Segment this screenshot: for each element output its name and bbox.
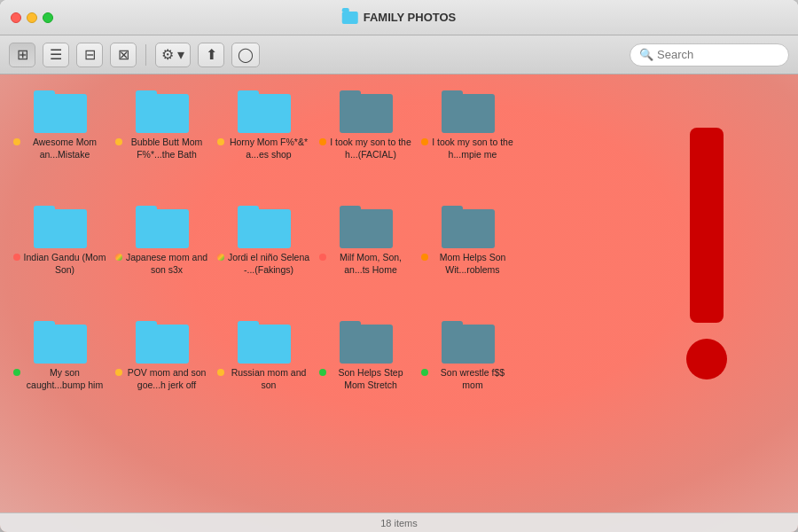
folder-label: Bubble Butt Mom F%*...the Bath [115,137,208,160]
folder-dot [13,254,20,261]
folder-label: Son wrestle f$$ mom [421,367,514,391]
folder-dot [217,138,224,145]
traffic-lights [11,12,53,23]
folder-item[interactable]: Awesome Mom an...Mistake [9,83,111,199]
toolbar: ⊞ ☰ ⊟ ⊠ ⚙ ▾ ⬆ ◯ 🔍 [0,35,798,74]
folder-name: Milf Mom, Son, an...ts Home [329,252,412,276]
folder-dot [319,369,326,376]
folder-icon [136,90,189,133]
folder-label: POV mom and son goe...h jerk off [115,367,208,391]
folder-icon [34,90,87,133]
folder-name: Jordi el niño Selena -...(Fakings) [227,252,310,276]
folder-item[interactable] [519,314,621,429]
folder-dot [319,254,326,261]
minimize-button[interactable] [27,12,37,23]
finder-window: FAMILY PHOTOS ⊞ ☰ ⊟ ⊠ ⚙ ▾ ⬆ ◯ 🔍 Awesome … [0,0,798,532]
folders-grid: Awesome Mom an...MistakeBubble Butt Mom … [0,74,798,438]
icon-view-button[interactable]: ⊞ [9,43,35,67]
folder-icon [238,206,291,248]
folder-dot [421,138,428,145]
folder-dot [115,138,122,145]
folder-dot [421,369,428,376]
separator-1 [145,44,146,66]
column-view-button[interactable]: ⊟ [76,43,103,67]
action-button[interactable]: ⚙ ▾ [155,43,191,67]
folder-dot [13,138,20,145]
folder-name: I took my son to the h...mpie me [431,137,514,160]
folder-item[interactable]: Jordi el niño Selena -...(Fakings) [213,199,315,314]
folder-label: Russian mom and son [217,367,310,391]
window-title-area: FAMILY PHOTOS [342,11,457,24]
folder-label: Japanese mom and son s3x [115,252,208,276]
titlebar: FAMILY PHOTOS [0,0,798,35]
folder-item[interactable]: Son Helps Step Mom Stretch [315,314,417,429]
file-browser-area: Awesome Mom an...MistakeBubble Butt Mom … [0,74,798,532]
window-title: FAMILY PHOTOS [364,11,457,24]
folder-item[interactable]: I took my son to the h...mpie me [417,83,519,199]
folder-icon [340,90,393,133]
folder-icon [136,321,189,364]
title-folder-icon [342,12,358,24]
folder-item[interactable]: Milf Mom, Son, an...ts Home [315,199,417,314]
folder-dot [115,254,122,261]
search-icon: 🔍 [639,48,653,61]
folder-dot [217,369,224,376]
folder-icon [442,206,495,248]
folder-icon [442,321,495,364]
folder-item[interactable]: Mom Helps Son Wit...roblems [417,199,519,314]
folder-item[interactable] [519,83,621,199]
tag-button[interactable]: ◯ [231,43,260,67]
folder-name: Awesome Mom an...Mistake [23,137,106,160]
folder-icon [340,206,393,248]
folder-label: Mom Helps Son Wit...roblems [421,252,514,276]
folder-dot [421,254,428,261]
folder-item[interactable]: I took my son to the h...(FACIAL) [315,83,417,199]
folder-name: Russian mom and son [227,367,310,391]
folder-item[interactable]: POV mom and son goe...h jerk off [111,314,213,429]
folder-label: I took my son to the h...(FACIAL) [319,137,412,160]
folder-dot [217,254,224,261]
folder-item[interactable]: Japanese mom and son s3x [111,199,213,314]
folder-label: I took my son to the h...mpie me [421,137,514,160]
close-button[interactable] [11,12,21,23]
folder-icon [442,90,495,133]
status-text: 18 items [380,518,418,528]
folder-icon [34,206,87,248]
folder-icon [238,321,291,364]
folder-label: Son Helps Step Mom Stretch [319,367,412,391]
folder-name: Japanese mom and son s3x [125,252,208,276]
folder-label: Horny Mom F%*&* a...es shop [217,137,310,160]
cover-flow-button[interactable]: ⊠ [110,43,137,67]
folder-name: Son wrestle f$$ mom [431,367,514,391]
folder-name: POV mom and son goe...h jerk off [125,367,208,391]
maximize-button[interactable] [43,12,53,23]
folder-dot [13,369,20,376]
folder-item[interactable]: Russian mom and son [213,314,315,429]
search-box[interactable]: 🔍 [630,43,789,66]
folder-icon [238,90,291,133]
list-view-button[interactable]: ☰ [43,43,69,67]
folder-label: My son caught...bump him [13,367,106,391]
folder-label: Jordi el niño Selena -...(Fakings) [217,252,310,276]
share-button[interactable]: ⬆ [198,43,224,67]
folder-name: Bubble Butt Mom F%*...the Bath [125,137,208,160]
folder-item[interactable]: Son wrestle f$$ mom [417,314,519,429]
status-bar: 18 items [0,512,798,532]
folder-icon [340,321,393,364]
folder-item[interactable] [519,199,621,314]
folder-item[interactable]: Bubble Butt Mom F%*...the Bath [111,83,213,199]
folder-icon [34,321,87,364]
folder-item[interactable]: Indian Gandu (Mom Son) [9,199,111,314]
folder-item[interactable]: My son caught...bump him [9,314,111,429]
folder-name: Son Helps Step Mom Stretch [329,367,412,391]
folder-label: Indian Gandu (Mom Son) [13,252,106,276]
folder-dot [115,369,122,376]
folder-name: My son caught...bump him [23,367,106,391]
folder-dot [319,138,326,145]
folder-label: Milf Mom, Son, an...ts Home [319,252,412,276]
folder-icon [136,206,189,248]
folder-name: Indian Gandu (Mom Son) [23,252,106,276]
folder-name: Mom Helps Son Wit...roblems [431,252,514,276]
folder-item[interactable]: Horny Mom F%*&* a...es shop [213,83,315,199]
search-input[interactable] [657,48,779,61]
